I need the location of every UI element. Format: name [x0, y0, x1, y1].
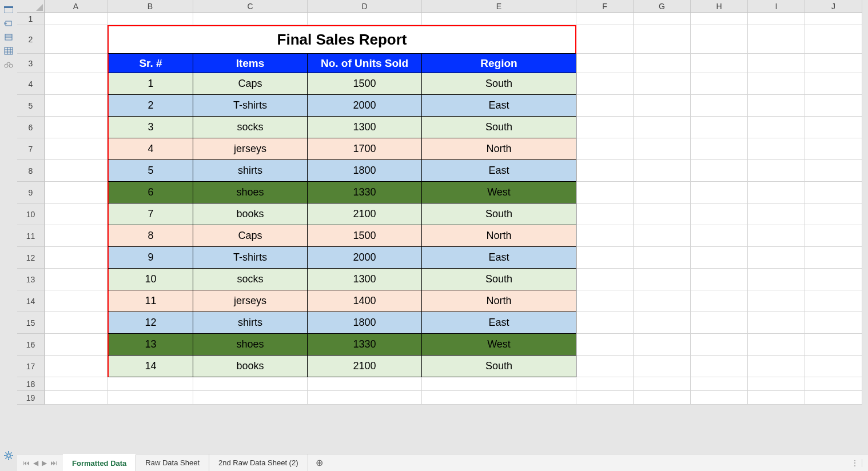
tab-first-icon[interactable]: ⏮	[23, 459, 30, 467]
cell-B7[interactable]: 4	[107, 138, 193, 160]
cell-A19[interactable]	[45, 391, 107, 405]
tab-next-icon[interactable]: ▶	[42, 459, 47, 467]
column-header-D[interactable]: D	[308, 0, 422, 13]
cell-J17[interactable]	[805, 356, 862, 377]
spreadsheet-grid[interactable]: ABCDEFGHIJ 12345678910111213141516171819…	[17, 0, 868, 454]
cell-E5[interactable]: East	[422, 95, 576, 117]
cell-C1[interactable]	[193, 13, 308, 25]
cell-A6[interactable]	[45, 117, 107, 138]
cell-A8[interactable]	[45, 160, 107, 182]
row-header-18[interactable]: 18	[17, 377, 45, 391]
cell-F4[interactable]	[576, 73, 634, 95]
cell-C16[interactable]: shoes	[193, 334, 308, 356]
cell-E18[interactable]	[422, 377, 576, 391]
cell-F9[interactable]	[576, 182, 634, 203]
cell-G7[interactable]	[634, 138, 691, 160]
cell-I2[interactable]	[748, 25, 805, 54]
cell-E13[interactable]: South	[422, 269, 576, 290]
row-header-5[interactable]: 5	[17, 95, 45, 117]
cell-H14[interactable]	[691, 290, 748, 312]
row-header-13[interactable]: 13	[17, 269, 45, 290]
cell-A9[interactable]	[45, 182, 107, 203]
cell-D14[interactable]: 1400	[308, 290, 422, 312]
cell-I5[interactable]	[748, 95, 805, 117]
cell-J7[interactable]	[805, 138, 862, 160]
cell-I13[interactable]	[748, 269, 805, 290]
binoculars-icon[interactable]	[3, 61, 14, 69]
cell-B6[interactable]: 3	[107, 117, 193, 138]
cell-I12[interactable]	[748, 247, 805, 269]
cell-A4[interactable]	[45, 73, 107, 95]
cell-F7[interactable]	[576, 138, 634, 160]
cell-B17[interactable]: 14	[107, 356, 193, 377]
cell-D15[interactable]: 1800	[308, 312, 422, 334]
column-header-F[interactable]: F	[576, 0, 634, 13]
cell-E14[interactable]: North	[422, 290, 576, 312]
column-header-C[interactable]: C	[193, 0, 308, 13]
cell-G5[interactable]	[634, 95, 691, 117]
cell-J10[interactable]	[805, 203, 862, 225]
cell-H17[interactable]	[691, 356, 748, 377]
row-header-1[interactable]: 1	[17, 13, 45, 25]
cell-D17[interactable]: 2100	[308, 356, 422, 377]
cell-E3[interactable]: Region	[422, 54, 576, 73]
cell-B9[interactable]: 6	[107, 182, 193, 203]
tab-menu-icon[interactable]: ⋮	[851, 459, 858, 467]
cell-E11[interactable]: North	[422, 225, 576, 247]
cell-C3[interactable]: Items	[193, 54, 308, 73]
cell-C14[interactable]: jerseys	[193, 290, 308, 312]
cell-F12[interactable]	[576, 247, 634, 269]
cell-G9[interactable]	[634, 182, 691, 203]
cell-C17[interactable]: books	[193, 356, 308, 377]
cell-D13[interactable]: 1300	[308, 269, 422, 290]
cell-D5[interactable]: 2000	[308, 95, 422, 117]
cell-C19[interactable]	[193, 391, 308, 405]
cell-H8[interactable]	[691, 160, 748, 182]
cell-D7[interactable]: 1700	[308, 138, 422, 160]
cell-I14[interactable]	[748, 290, 805, 312]
cell-G15[interactable]	[634, 312, 691, 334]
cell-G16[interactable]	[634, 334, 691, 356]
cell-D3[interactable]: No. of Units Sold	[308, 54, 422, 73]
cell-H4[interactable]	[691, 73, 748, 95]
column-header-G[interactable]: G	[634, 0, 691, 13]
cell-B1[interactable]	[107, 13, 193, 25]
cell-F14[interactable]	[576, 290, 634, 312]
cell-I10[interactable]	[748, 203, 805, 225]
cell-J2[interactable]	[805, 25, 862, 54]
row-header-4[interactable]: 4	[17, 73, 45, 95]
cell-G13[interactable]	[634, 269, 691, 290]
cell-H7[interactable]	[691, 138, 748, 160]
row-header-15[interactable]: 15	[17, 312, 45, 334]
row-header-8[interactable]: 8	[17, 160, 45, 182]
column-header-A[interactable]: A	[45, 0, 107, 13]
cell-I6[interactable]	[748, 117, 805, 138]
cell-F1[interactable]	[576, 13, 634, 25]
column-header-B[interactable]: B	[107, 0, 193, 13]
cell-D6[interactable]: 1300	[308, 117, 422, 138]
cell-A11[interactable]	[45, 225, 107, 247]
cell-F10[interactable]	[576, 203, 634, 225]
cell-A16[interactable]	[45, 334, 107, 356]
cell-G12[interactable]	[634, 247, 691, 269]
cell-H3[interactable]	[691, 54, 748, 73]
cell-D10[interactable]: 2100	[308, 203, 422, 225]
cell-H9[interactable]	[691, 182, 748, 203]
cell-C9[interactable]: shoes	[193, 182, 308, 203]
row-header-16[interactable]: 16	[17, 334, 45, 356]
cell-E19[interactable]	[422, 391, 576, 405]
panel-icon-3[interactable]	[3, 33, 14, 41]
cell-B10[interactable]: 7	[107, 203, 193, 225]
column-header-H[interactable]: H	[691, 0, 748, 13]
cell-A5[interactable]	[45, 95, 107, 117]
cell-C12[interactable]: T-shirts	[193, 247, 308, 269]
cell-H18[interactable]	[691, 377, 748, 391]
cell-E9[interactable]: West	[422, 182, 576, 203]
cell-J18[interactable]	[805, 377, 862, 391]
cell-A1[interactable]	[45, 13, 107, 25]
cell-F18[interactable]	[576, 377, 634, 391]
cell-E8[interactable]: East	[422, 160, 576, 182]
cell-B15[interactable]: 12	[107, 312, 193, 334]
cell-C4[interactable]: Caps	[193, 73, 308, 95]
sheet-tab-2[interactable]: 2nd Raw Data Sheet (2)	[209, 454, 308, 471]
